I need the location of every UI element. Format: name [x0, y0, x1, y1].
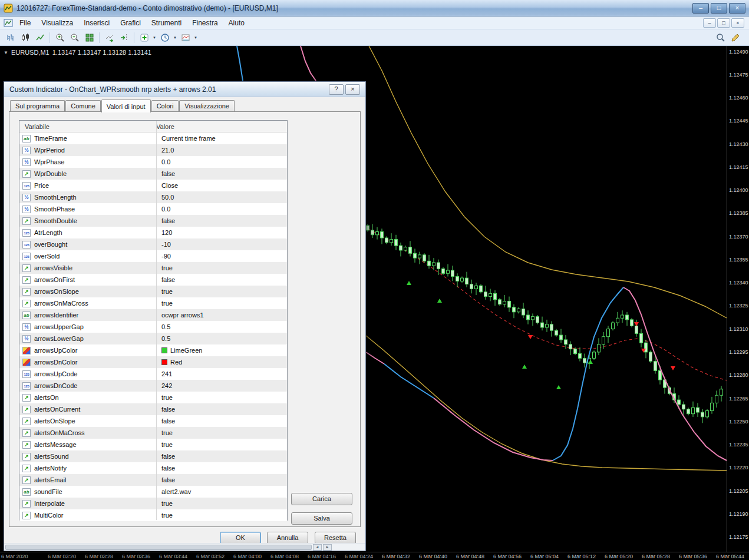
param-value[interactable]: true: [156, 394, 287, 401]
param-row-SmoothPhase[interactable]: ½SmoothPhase0.0: [19, 203, 287, 215]
param-value[interactable]: 0.5: [156, 323, 287, 330]
param-value[interactable]: true: [156, 288, 287, 295]
line-chart-button[interactable]: [32, 31, 47, 44]
param-value[interactable]: ocwpr arrows1: [156, 312, 287, 319]
resetta-button[interactable]: Resetta: [315, 532, 356, 544]
dialog-horizontal-scrollbar[interactable]: ◄ ►: [4, 543, 365, 551]
menu-item-strumenti[interactable]: Strumenti: [146, 18, 187, 28]
chart-shift-button[interactable]: [117, 31, 131, 44]
menu-item-finestra[interactable]: Finestra: [187, 18, 223, 28]
param-row-SmoothDouble[interactable]: ↗SmoothDoublefalse: [19, 215, 287, 227]
param-row-Price[interactable]: 123PriceClose: [19, 180, 287, 191]
param-value[interactable]: false: [156, 417, 287, 425]
param-value[interactable]: 0.0: [156, 206, 287, 213]
param-row-arrowsUpColor[interactable]: arrowsUpColorLimeGreen: [19, 344, 287, 356]
param-row-arrowsDnCode[interactable]: 123arrowsDnCode242: [19, 380, 287, 392]
param-value[interactable]: 120: [156, 229, 287, 236]
tab-valori-di-input[interactable]: Valori di input: [101, 100, 151, 112]
annulla-button[interactable]: Annulla: [267, 532, 308, 544]
param-row-arrowsVisible[interactable]: ↗arrowsVisibletrue: [19, 262, 287, 274]
periods-dropdown[interactable]: ▼: [172, 31, 178, 44]
param-value[interactable]: Red: [156, 359, 287, 366]
tab-comune[interactable]: Comune: [65, 100, 101, 112]
param-row-arrowsUpperGap[interactable]: ½arrowsUpperGap0.5: [19, 321, 287, 333]
param-value[interactable]: true: [156, 300, 287, 307]
param-row-TimeFrame[interactable]: abTimeFrameCurrent time frame: [19, 132, 287, 144]
menu-item-visualizza[interactable]: Visualizza: [36, 18, 78, 28]
param-row-WprPhase[interactable]: ½WprPhase0.0: [19, 156, 287, 168]
param-row-arrowsUpCode[interactable]: 123arrowsUpCode241: [19, 368, 287, 380]
scrollbar-thumb[interactable]: [5, 545, 312, 550]
param-row-alertsOnMaCross[interactable]: ↗alertsOnMaCrosstrue: [19, 427, 287, 439]
periods-button[interactable]: [157, 31, 172, 44]
mdi-minimize-button[interactable]: –: [703, 18, 716, 28]
param-value[interactable]: false: [156, 465, 287, 472]
tab-sul-programma[interactable]: Sul programma: [10, 100, 65, 112]
param-row-arrowsLowerGap[interactable]: ½arrowsLowerGap0.5: [19, 333, 287, 344]
param-value[interactable]: alert2.wav: [156, 488, 287, 495]
templates-button[interactable]: [178, 31, 193, 44]
param-row-arrowsOnMaCross[interactable]: ↗arrowsOnMaCrosstrue: [19, 297, 287, 309]
param-row-arrowsDnColor[interactable]: arrowsDnColorRed: [19, 356, 287, 368]
param-value[interactable]: 241: [156, 370, 287, 377]
param-value[interactable]: -10: [156, 241, 287, 248]
param-value[interactable]: LimeGreen: [156, 347, 287, 354]
param-value[interactable]: 242: [156, 382, 287, 389]
tile-windows-button[interactable]: [82, 31, 97, 44]
tab-visualizzazione[interactable]: Visualizzazione: [179, 100, 235, 112]
ok-button[interactable]: OK: [220, 532, 261, 544]
param-value[interactable]: true: [156, 500, 287, 507]
scroll-right-button[interactable]: ►: [323, 544, 332, 551]
param-row-SmoothLength[interactable]: ½SmoothLength50.0: [19, 191, 287, 203]
param-value[interactable]: true: [156, 429, 287, 436]
dialog-titlebar[interactable]: Custom Indicator - OnChart_WPRsmooth nrp…: [4, 82, 365, 97]
zoom-in-button[interactable]: [52, 31, 67, 44]
param-value[interactable]: -90: [156, 253, 287, 260]
close-button[interactable]: ×: [729, 3, 745, 14]
carica-button[interactable]: Carica: [291, 493, 352, 505]
param-row-alertsOnSlope[interactable]: ↗alertsOnSlopefalse: [19, 415, 287, 427]
param-value[interactable]: true: [156, 512, 287, 519]
time-axis[interactable]: 6 Mar 20206 Mar 03:206 Mar 03:286 Mar 03…: [0, 552, 749, 560]
price-axis[interactable]: 1.124901.124751.124601.124451.124301.124…: [727, 46, 749, 552]
menu-item-aiuto[interactable]: Aiuto: [223, 18, 250, 28]
param-row-overSold[interactable]: 123overSold-90: [19, 250, 287, 262]
indicators-dropdown[interactable]: ▼: [151, 31, 157, 44]
restore-button[interactable]: □: [711, 3, 727, 14]
scroll-left-button[interactable]: ◄: [313, 544, 322, 551]
param-row-WprPeriod[interactable]: ½WprPeriod21.0: [19, 144, 287, 156]
param-value[interactable]: 21.0: [156, 147, 287, 154]
param-row-WprDouble[interactable]: ↗WprDoublefalse: [19, 168, 287, 180]
menu-item-file[interactable]: File: [14, 18, 36, 28]
param-value[interactable]: false: [156, 453, 287, 460]
param-row-arrowsOnSlope[interactable]: ↗arrowsOnSlopetrue: [19, 286, 287, 297]
param-value[interactable]: false: [156, 276, 287, 283]
help-button[interactable]: ?: [329, 84, 344, 95]
salva-button[interactable]: Salva: [291, 512, 352, 525]
dialog-close-button[interactable]: ×: [345, 84, 360, 95]
mdi-close-button[interactable]: ×: [731, 18, 744, 28]
param-row-alertsOnCurrent[interactable]: ↗alertsOnCurrentfalse: [19, 403, 287, 415]
param-row-arrowsOnFirst[interactable]: ↗arrowsOnFirstfalse: [19, 274, 287, 286]
indicators-button[interactable]: [137, 31, 151, 44]
param-row-arrowsIdentifier[interactable]: abarrowsIdentifierocwpr arrows1: [19, 309, 287, 321]
param-value[interactable]: 50.0: [156, 194, 287, 201]
templates-dropdown[interactable]: ▼: [193, 31, 199, 44]
child-window-icon[interactable]: [4, 18, 13, 28]
param-row-alertsSound[interactable]: ↗alertsSoundfalse: [19, 450, 287, 462]
zoom-out-button[interactable]: [67, 31, 82, 44]
param-row-Interpolate[interactable]: ↗Interpolatetrue: [19, 498, 287, 509]
param-row-alertsMessage[interactable]: ↗alertsMessagetrue: [19, 439, 287, 450]
search-button[interactable]: [713, 31, 728, 44]
param-value[interactable]: true: [156, 264, 287, 271]
param-row-soundFile[interactable]: absoundFilealert2.wav: [19, 486, 287, 498]
menu-item-inserisci[interactable]: Inserisci: [78, 18, 115, 28]
draw-button[interactable]: [728, 31, 743, 44]
param-value[interactable]: false: [156, 170, 287, 177]
menu-item-grafici[interactable]: Grafici: [115, 18, 146, 28]
auto-scroll-button[interactable]: [102, 31, 117, 44]
param-value[interactable]: 0.0: [156, 158, 287, 165]
param-value[interactable]: 0.5: [156, 335, 287, 342]
param-value[interactable]: Current time frame: [156, 135, 287, 142]
minimize-button[interactable]: –: [692, 3, 709, 14]
